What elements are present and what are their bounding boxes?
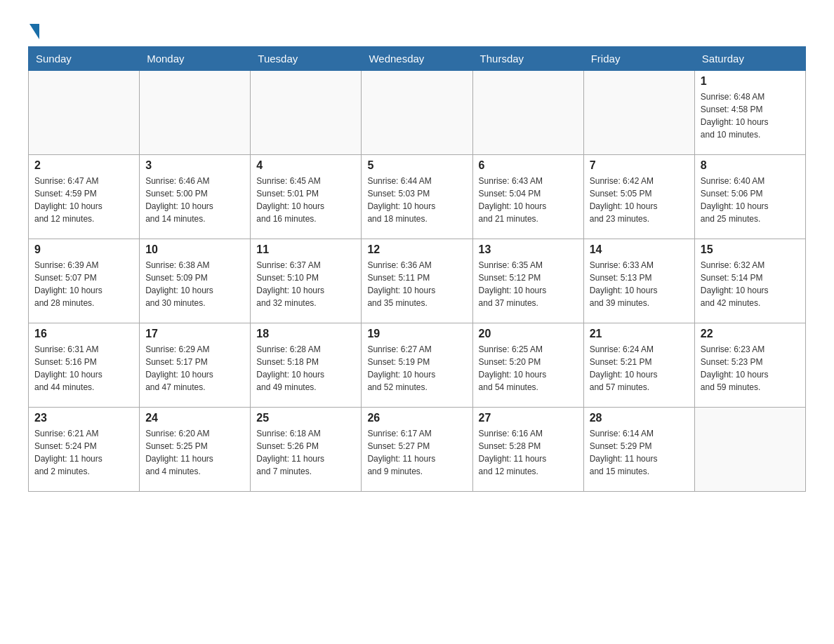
calendar-cell: 6Sunrise: 6:43 AMSunset: 5:04 PMDaylight… [472, 155, 583, 239]
calendar-week-row: 2Sunrise: 6:47 AMSunset: 4:59 PMDaylight… [29, 155, 806, 239]
calendar-cell: 4Sunrise: 6:45 AMSunset: 5:01 PMDaylight… [251, 155, 362, 239]
calendar-table: SundayMondayTuesdayWednesdayThursdayFrid… [28, 46, 806, 492]
day-number: 23 [34, 412, 133, 424]
calendar-cell [251, 71, 362, 155]
day-info: Sunrise: 6:14 AMSunset: 5:29 PMDaylight:… [590, 427, 689, 478]
weekday-header-friday: Friday [583, 47, 694, 71]
day-info: Sunrise: 6:31 AMSunset: 5:16 PMDaylight:… [34, 343, 133, 394]
weekday-header-tuesday: Tuesday [251, 47, 362, 71]
day-number: 26 [367, 412, 466, 424]
calendar-cell [472, 71, 583, 155]
day-number: 27 [479, 412, 578, 424]
calendar-cell: 25Sunrise: 6:18 AMSunset: 5:26 PMDayligh… [251, 408, 362, 492]
day-info: Sunrise: 6:24 AMSunset: 5:21 PMDaylight:… [590, 343, 689, 394]
day-number: 21 [590, 328, 689, 340]
calendar-cell [694, 408, 805, 492]
day-info: Sunrise: 6:32 AMSunset: 5:14 PMDaylight:… [701, 259, 800, 309]
calendar-cell: 9Sunrise: 6:39 AMSunset: 5:07 PMDaylight… [29, 239, 140, 323]
day-info: Sunrise: 6:43 AMSunset: 5:04 PMDaylight:… [479, 175, 578, 225]
day-info: Sunrise: 6:20 AMSunset: 5:25 PMDaylight:… [145, 427, 244, 478]
day-number: 22 [701, 328, 800, 340]
day-number: 9 [34, 243, 133, 256]
day-number: 25 [256, 412, 355, 424]
day-number: 5 [367, 159, 466, 172]
calendar-cell: 21Sunrise: 6:24 AMSunset: 5:21 PMDayligh… [583, 323, 694, 408]
day-info: Sunrise: 6:18 AMSunset: 5:26 PMDaylight:… [256, 427, 355, 478]
day-info: Sunrise: 6:44 AMSunset: 5:03 PMDaylight:… [367, 175, 466, 225]
day-number: 28 [590, 412, 689, 424]
day-info: Sunrise: 6:25 AMSunset: 5:20 PMDaylight:… [479, 343, 578, 394]
day-info: Sunrise: 6:42 AMSunset: 5:05 PMDaylight:… [590, 175, 689, 225]
day-info: Sunrise: 6:48 AMSunset: 4:58 PMDaylight:… [701, 90, 800, 141]
day-info: Sunrise: 6:29 AMSunset: 5:17 PMDaylight:… [145, 343, 244, 394]
calendar-cell: 11Sunrise: 6:37 AMSunset: 5:10 PMDayligh… [251, 239, 362, 323]
weekday-header-saturday: Saturday [694, 47, 805, 71]
day-number: 11 [256, 243, 355, 256]
calendar-cell: 18Sunrise: 6:28 AMSunset: 5:18 PMDayligh… [251, 323, 362, 408]
weekday-header-sunday: Sunday [29, 47, 140, 71]
day-number: 18 [256, 328, 355, 340]
calendar-cell: 3Sunrise: 6:46 AMSunset: 5:00 PMDaylight… [140, 155, 251, 239]
calendar-cell [140, 71, 251, 155]
weekday-header-thursday: Thursday [472, 47, 583, 71]
day-info: Sunrise: 6:47 AMSunset: 4:59 PMDaylight:… [34, 175, 133, 225]
weekday-header-wednesday: Wednesday [362, 47, 472, 71]
day-number: 19 [367, 328, 466, 340]
calendar-header: SundayMondayTuesdayWednesdayThursdayFrid… [29, 47, 806, 71]
day-info: Sunrise: 6:39 AMSunset: 5:07 PMDaylight:… [34, 259, 133, 309]
day-number: 13 [479, 243, 578, 256]
day-info: Sunrise: 6:45 AMSunset: 5:01 PMDaylight:… [256, 175, 355, 225]
day-number: 10 [145, 243, 244, 256]
calendar-cell [583, 71, 694, 155]
day-info: Sunrise: 6:17 AMSunset: 5:27 PMDaylight:… [367, 427, 466, 478]
day-info: Sunrise: 6:38 AMSunset: 5:09 PMDaylight:… [145, 259, 244, 309]
day-number: 16 [34, 328, 133, 340]
calendar-cell: 23Sunrise: 6:21 AMSunset: 5:24 PMDayligh… [29, 408, 140, 492]
calendar-cell: 10Sunrise: 6:38 AMSunset: 5:09 PMDayligh… [140, 239, 251, 323]
calendar-cell: 15Sunrise: 6:32 AMSunset: 5:14 PMDayligh… [694, 239, 805, 323]
day-number: 6 [479, 159, 578, 172]
day-info: Sunrise: 6:21 AMSunset: 5:24 PMDaylight:… [34, 427, 133, 478]
day-info: Sunrise: 6:27 AMSunset: 5:19 PMDaylight:… [367, 343, 466, 394]
calendar-cell: 7Sunrise: 6:42 AMSunset: 5:05 PMDaylight… [583, 155, 694, 239]
calendar-cell: 1Sunrise: 6:48 AMSunset: 4:58 PMDaylight… [694, 71, 805, 155]
calendar-cell: 22Sunrise: 6:23 AMSunset: 5:23 PMDayligh… [694, 323, 805, 408]
calendar-cell: 28Sunrise: 6:14 AMSunset: 5:29 PMDayligh… [583, 408, 694, 492]
calendar-cell: 8Sunrise: 6:40 AMSunset: 5:06 PMDaylight… [694, 155, 805, 239]
day-number: 4 [256, 159, 355, 172]
calendar-week-row: 16Sunrise: 6:31 AMSunset: 5:16 PMDayligh… [29, 323, 806, 408]
day-info: Sunrise: 6:46 AMSunset: 5:00 PMDaylight:… [145, 175, 244, 225]
calendar-cell: 27Sunrise: 6:16 AMSunset: 5:28 PMDayligh… [472, 408, 583, 492]
day-info: Sunrise: 6:40 AMSunset: 5:06 PMDaylight:… [701, 175, 800, 225]
day-info: Sunrise: 6:36 AMSunset: 5:11 PMDaylight:… [367, 259, 466, 309]
day-number: 12 [367, 243, 466, 256]
day-number: 17 [145, 328, 244, 340]
calendar-cell [29, 71, 140, 155]
calendar-cell: 26Sunrise: 6:17 AMSunset: 5:27 PMDayligh… [362, 408, 472, 492]
logo-arrow-icon [29, 24, 39, 39]
calendar-cell: 20Sunrise: 6:25 AMSunset: 5:20 PMDayligh… [472, 323, 583, 408]
day-info: Sunrise: 6:33 AMSunset: 5:13 PMDaylight:… [590, 259, 689, 309]
calendar-cell [362, 71, 472, 155]
day-info: Sunrise: 6:16 AMSunset: 5:28 PMDaylight:… [479, 427, 578, 478]
day-number: 3 [145, 159, 244, 172]
calendar-cell: 5Sunrise: 6:44 AMSunset: 5:03 PMDaylight… [362, 155, 472, 239]
calendar-week-row: 9Sunrise: 6:39 AMSunset: 5:07 PMDaylight… [29, 239, 806, 323]
calendar-cell: 12Sunrise: 6:36 AMSunset: 5:11 PMDayligh… [362, 239, 472, 323]
day-number: 2 [34, 159, 133, 172]
day-number: 20 [479, 328, 578, 340]
calendar-cell: 24Sunrise: 6:20 AMSunset: 5:25 PMDayligh… [140, 408, 251, 492]
day-number: 8 [701, 159, 800, 172]
calendar-cell: 17Sunrise: 6:29 AMSunset: 5:17 PMDayligh… [140, 323, 251, 408]
day-number: 14 [590, 243, 689, 256]
calendar-body: 1Sunrise: 6:48 AMSunset: 4:58 PMDaylight… [29, 71, 806, 492]
calendar-cell: 16Sunrise: 6:31 AMSunset: 5:16 PMDayligh… [29, 323, 140, 408]
day-number: 15 [701, 243, 800, 256]
calendar-cell: 19Sunrise: 6:27 AMSunset: 5:19 PMDayligh… [362, 323, 472, 408]
weekday-row: SundayMondayTuesdayWednesdayThursdayFrid… [29, 47, 806, 71]
day-info: Sunrise: 6:23 AMSunset: 5:23 PMDaylight:… [701, 343, 800, 394]
calendar-cell: 14Sunrise: 6:33 AMSunset: 5:13 PMDayligh… [583, 239, 694, 323]
day-number: 7 [590, 159, 689, 172]
day-number: 24 [145, 412, 244, 424]
day-info: Sunrise: 6:28 AMSunset: 5:18 PMDaylight:… [256, 343, 355, 394]
